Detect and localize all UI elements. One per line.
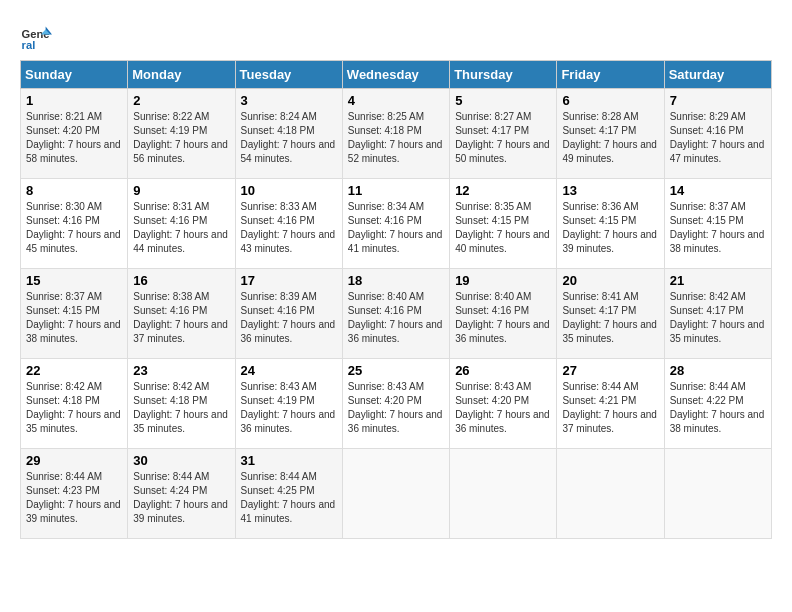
sunrise: Sunrise: 8:38 AM (133, 290, 229, 304)
svg-text:ral: ral (22, 39, 36, 51)
daylight: Daylight: 7 hours and 54 minutes. (241, 138, 337, 166)
day-info: Sunrise: 8:44 AMSunset: 4:22 PMDaylight:… (670, 380, 766, 436)
sunrise: Sunrise: 8:44 AM (562, 380, 658, 394)
day-info: Sunrise: 8:28 AMSunset: 4:17 PMDaylight:… (562, 110, 658, 166)
day-number: 21 (670, 273, 766, 288)
daylight: Daylight: 7 hours and 36 minutes. (241, 408, 337, 436)
day-number: 15 (26, 273, 122, 288)
daylight: Daylight: 7 hours and 40 minutes. (455, 228, 551, 256)
sunrise: Sunrise: 8:37 AM (670, 200, 766, 214)
day-info: Sunrise: 8:25 AMSunset: 4:18 PMDaylight:… (348, 110, 444, 166)
calendar-cell: 18Sunrise: 8:40 AMSunset: 4:16 PMDayligh… (342, 269, 449, 359)
header-wednesday: Wednesday (342, 61, 449, 89)
sunset: Sunset: 4:18 PM (133, 394, 229, 408)
day-number: 17 (241, 273, 337, 288)
day-info: Sunrise: 8:21 AMSunset: 4:20 PMDaylight:… (26, 110, 122, 166)
calendar-cell (342, 449, 449, 539)
daylight: Daylight: 7 hours and 38 minutes. (670, 408, 766, 436)
calendar-week-3: 15Sunrise: 8:37 AMSunset: 4:15 PMDayligh… (21, 269, 772, 359)
sunrise: Sunrise: 8:35 AM (455, 200, 551, 214)
calendar-cell: 10Sunrise: 8:33 AMSunset: 4:16 PMDayligh… (235, 179, 342, 269)
day-number: 29 (26, 453, 122, 468)
calendar-cell: 25Sunrise: 8:43 AMSunset: 4:20 PMDayligh… (342, 359, 449, 449)
sunrise: Sunrise: 8:37 AM (26, 290, 122, 304)
day-number: 10 (241, 183, 337, 198)
day-info: Sunrise: 8:40 AMSunset: 4:16 PMDaylight:… (348, 290, 444, 346)
sunset: Sunset: 4:15 PM (26, 304, 122, 318)
calendar-cell: 29Sunrise: 8:44 AMSunset: 4:23 PMDayligh… (21, 449, 128, 539)
day-number: 22 (26, 363, 122, 378)
calendar-cell: 21Sunrise: 8:42 AMSunset: 4:17 PMDayligh… (664, 269, 771, 359)
day-number: 9 (133, 183, 229, 198)
day-info: Sunrise: 8:43 AMSunset: 4:20 PMDaylight:… (348, 380, 444, 436)
day-info: Sunrise: 8:43 AMSunset: 4:20 PMDaylight:… (455, 380, 551, 436)
daylight: Daylight: 7 hours and 35 minutes. (670, 318, 766, 346)
day-number: 8 (26, 183, 122, 198)
daylight: Daylight: 7 hours and 38 minutes. (670, 228, 766, 256)
daylight: Daylight: 7 hours and 56 minutes. (133, 138, 229, 166)
daylight: Daylight: 7 hours and 36 minutes. (241, 318, 337, 346)
day-number: 25 (348, 363, 444, 378)
sunset: Sunset: 4:17 PM (562, 304, 658, 318)
sunset: Sunset: 4:16 PM (133, 304, 229, 318)
sunrise: Sunrise: 8:42 AM (133, 380, 229, 394)
sunset: Sunset: 4:18 PM (26, 394, 122, 408)
daylight: Daylight: 7 hours and 36 minutes. (348, 318, 444, 346)
calendar-cell: 1Sunrise: 8:21 AMSunset: 4:20 PMDaylight… (21, 89, 128, 179)
calendar-cell: 11Sunrise: 8:34 AMSunset: 4:16 PMDayligh… (342, 179, 449, 269)
calendar-cell (557, 449, 664, 539)
sunset: Sunset: 4:15 PM (562, 214, 658, 228)
header-thursday: Thursday (450, 61, 557, 89)
calendar-cell: 3Sunrise: 8:24 AMSunset: 4:18 PMDaylight… (235, 89, 342, 179)
sunset: Sunset: 4:25 PM (241, 484, 337, 498)
day-info: Sunrise: 8:22 AMSunset: 4:19 PMDaylight:… (133, 110, 229, 166)
sunset: Sunset: 4:16 PM (670, 124, 766, 138)
sunset: Sunset: 4:16 PM (241, 304, 337, 318)
header-saturday: Saturday (664, 61, 771, 89)
calendar-week-1: 1Sunrise: 8:21 AMSunset: 4:20 PMDaylight… (21, 89, 772, 179)
day-number: 28 (670, 363, 766, 378)
sunrise: Sunrise: 8:33 AM (241, 200, 337, 214)
sunset: Sunset: 4:20 PM (455, 394, 551, 408)
daylight: Daylight: 7 hours and 37 minutes. (133, 318, 229, 346)
calendar-cell: 9Sunrise: 8:31 AMSunset: 4:16 PMDaylight… (128, 179, 235, 269)
sunrise: Sunrise: 8:36 AM (562, 200, 658, 214)
sunrise: Sunrise: 8:44 AM (26, 470, 122, 484)
calendar-week-2: 8Sunrise: 8:30 AMSunset: 4:16 PMDaylight… (21, 179, 772, 269)
sunrise: Sunrise: 8:41 AM (562, 290, 658, 304)
sunset: Sunset: 4:22 PM (670, 394, 766, 408)
day-info: Sunrise: 8:37 AMSunset: 4:15 PMDaylight:… (26, 290, 122, 346)
calendar-table: SundayMondayTuesdayWednesdayThursdayFrid… (20, 60, 772, 539)
day-info: Sunrise: 8:38 AMSunset: 4:16 PMDaylight:… (133, 290, 229, 346)
day-number: 7 (670, 93, 766, 108)
sunset: Sunset: 4:23 PM (26, 484, 122, 498)
sunset: Sunset: 4:16 PM (348, 304, 444, 318)
day-number: 16 (133, 273, 229, 288)
daylight: Daylight: 7 hours and 35 minutes. (133, 408, 229, 436)
calendar-cell: 8Sunrise: 8:30 AMSunset: 4:16 PMDaylight… (21, 179, 128, 269)
day-number: 24 (241, 363, 337, 378)
sunrise: Sunrise: 8:43 AM (455, 380, 551, 394)
daylight: Daylight: 7 hours and 41 minutes. (241, 498, 337, 526)
calendar-cell: 30Sunrise: 8:44 AMSunset: 4:24 PMDayligh… (128, 449, 235, 539)
day-number: 5 (455, 93, 551, 108)
sunrise: Sunrise: 8:27 AM (455, 110, 551, 124)
sunrise: Sunrise: 8:30 AM (26, 200, 122, 214)
sunrise: Sunrise: 8:28 AM (562, 110, 658, 124)
day-info: Sunrise: 8:40 AMSunset: 4:16 PMDaylight:… (455, 290, 551, 346)
daylight: Daylight: 7 hours and 43 minutes. (241, 228, 337, 256)
sunrise: Sunrise: 8:21 AM (26, 110, 122, 124)
day-number: 26 (455, 363, 551, 378)
day-info: Sunrise: 8:27 AMSunset: 4:17 PMDaylight:… (455, 110, 551, 166)
sunset: Sunset: 4:15 PM (670, 214, 766, 228)
calendar-cell: 6Sunrise: 8:28 AMSunset: 4:17 PMDaylight… (557, 89, 664, 179)
sunset: Sunset: 4:21 PM (562, 394, 658, 408)
day-info: Sunrise: 8:42 AMSunset: 4:18 PMDaylight:… (133, 380, 229, 436)
sunrise: Sunrise: 8:31 AM (133, 200, 229, 214)
calendar-week-5: 29Sunrise: 8:44 AMSunset: 4:23 PMDayligh… (21, 449, 772, 539)
calendar-cell: 20Sunrise: 8:41 AMSunset: 4:17 PMDayligh… (557, 269, 664, 359)
daylight: Daylight: 7 hours and 41 minutes. (348, 228, 444, 256)
sunrise: Sunrise: 8:43 AM (241, 380, 337, 394)
sunrise: Sunrise: 8:22 AM (133, 110, 229, 124)
day-info: Sunrise: 8:29 AMSunset: 4:16 PMDaylight:… (670, 110, 766, 166)
